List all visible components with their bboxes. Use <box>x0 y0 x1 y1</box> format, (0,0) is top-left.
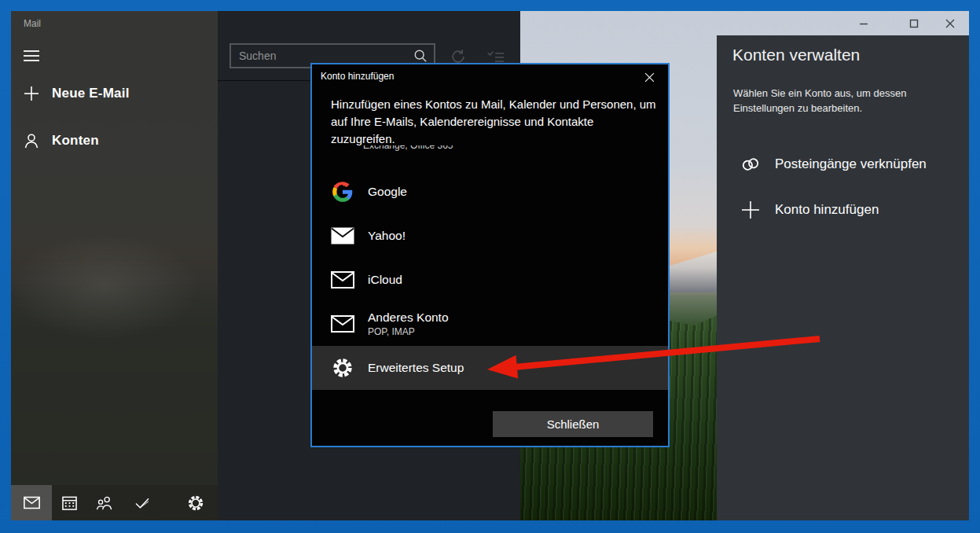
account-option-label: Anderes Konto <box>368 311 449 325</box>
nav-todo-button[interactable] <box>127 485 157 520</box>
add-account-item[interactable]: Konto hinzufügen <box>717 193 969 227</box>
account-option-advanced-setup[interactable]: Erweitertes Setup <box>312 346 668 390</box>
account-option-subtitle: POP, IMAP <box>368 326 449 337</box>
nav-people-button[interactable] <box>90 485 119 520</box>
plus-icon <box>740 200 761 220</box>
search-input[interactable] <box>231 50 413 62</box>
minimize-icon <box>859 19 868 28</box>
clipped-exchange-item[interactable]: Exchange, Office 365 <box>363 145 520 154</box>
sidebar-item-accounts[interactable]: Konten <box>24 133 99 149</box>
clipped-exchange-subtitle: Exchange, Office 365 <box>363 145 520 151</box>
nav-calendar-button[interactable] <box>55 485 83 520</box>
dialog-close-action-button[interactable]: Schließen <box>493 411 653 437</box>
account-option-yahoo[interactable]: Yahoo! <box>312 214 668 258</box>
mail-icon <box>24 496 40 509</box>
linked-rings-icon <box>740 154 761 175</box>
account-option-label: Google <box>368 185 407 199</box>
mail-app-window: Mail Neue E-Mail Konten <box>0 0 980 533</box>
person-icon <box>24 133 39 149</box>
window-content: Mail Neue E-Mail Konten <box>11 11 969 520</box>
envelope-outline-icon <box>331 312 354 336</box>
maximize-icon <box>909 19 919 28</box>
panel-description: Wählen Sie ein Konto aus, um dessen Eins… <box>733 86 936 116</box>
people-icon <box>96 496 113 510</box>
calendar-icon <box>62 495 77 510</box>
nav-mail-button[interactable] <box>11 485 52 520</box>
minimize-button[interactable] <box>846 11 882 35</box>
sidebar-photo-hint <box>11 223 218 365</box>
dialog-title: Konto hinzufügen <box>321 71 394 82</box>
envelope-outline-icon <box>331 268 354 292</box>
close-icon <box>644 72 655 83</box>
link-inboxes-item[interactable]: Posteingänge verknüpfen <box>717 147 969 182</box>
account-option-other[interactable]: Anderes Konto POP, IMAP <box>312 302 668 346</box>
gear-icon <box>331 356 354 380</box>
bottom-nav <box>11 485 218 520</box>
account-option-icloud[interactable]: iCloud <box>312 258 668 302</box>
add-account-label: Konto hinzufügen <box>775 202 879 218</box>
search-icon[interactable] <box>413 49 428 63</box>
sidebar-item-new-email[interactable]: Neue E-Mail <box>24 86 130 101</box>
todo-check-icon <box>134 497 150 509</box>
dialog-close-button[interactable] <box>640 68 658 86</box>
maximize-button[interactable] <box>896 11 932 35</box>
account-option-label: iCloud <box>368 273 402 287</box>
new-email-label: Neue E-Mail <box>52 86 130 101</box>
plus-icon <box>24 86 39 101</box>
account-option-label: Erweitertes Setup <box>368 361 464 375</box>
sidebar: Mail Neue E-Mail Konten <box>11 11 218 520</box>
accounts-label: Konten <box>52 133 99 149</box>
nav-settings-button[interactable] <box>181 485 211 520</box>
account-option-label: Yahoo! <box>368 229 406 243</box>
close-button[interactable] <box>932 11 968 35</box>
link-inboxes-label: Posteingänge verknüpfen <box>775 156 927 172</box>
envelope-filled-icon <box>331 224 354 248</box>
add-account-dialog: Konto hinzufügen Hinzufügen eines Kontos… <box>310 63 670 447</box>
dialog-description: Hinzufügen eines Kontos zu Mail, Kalende… <box>331 96 659 148</box>
manage-accounts-panel: Konten verwalten Wählen Sie ein Konto au… <box>717 35 969 520</box>
google-logo-icon <box>331 180 354 204</box>
close-icon <box>945 19 955 28</box>
app-title: Mail <box>24 18 41 29</box>
account-option-google[interactable]: Google <box>312 170 668 214</box>
settings-gear-icon <box>188 495 204 511</box>
hamburger-menu-icon[interactable] <box>24 50 39 61</box>
panel-title: Konten verwalten <box>732 46 860 64</box>
